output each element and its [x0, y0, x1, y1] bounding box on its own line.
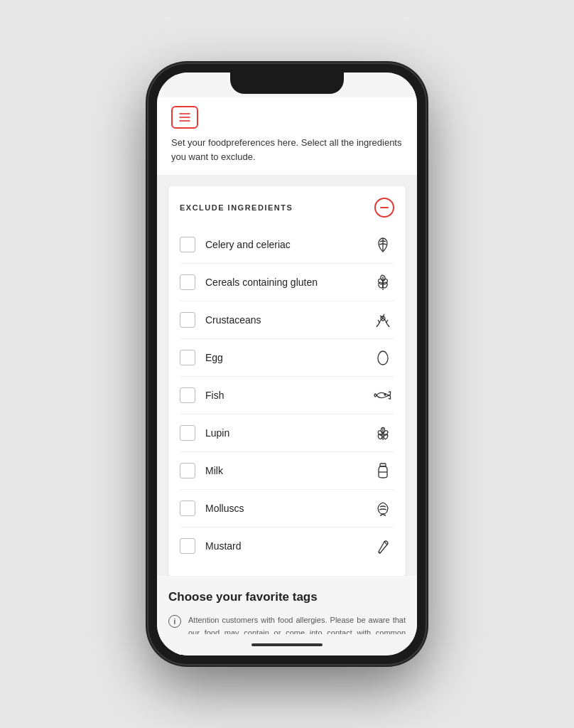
svg-point-11 — [384, 394, 386, 395]
header-area: Set your foodpreferences here. Select al… — [157, 97, 417, 175]
screen-content: Set your foodpreferences here. Select al… — [157, 73, 417, 634]
checkbox-fish[interactable] — [180, 387, 195, 403]
checkbox-celery[interactable] — [180, 237, 195, 252]
ingredient-item-fish: Fish — [180, 377, 394, 414]
exclude-header: EXCLUDE INGREDIENTS — [180, 198, 394, 218]
ingredient-name-milk: Milk — [205, 465, 372, 476]
exclude-minus-button[interactable] — [374, 198, 394, 218]
checkbox-molluscs[interactable] — [180, 500, 195, 516]
lupin-icon — [372, 422, 394, 444]
mustard-icon — [372, 535, 394, 557]
ingredient-item-gluten: Cereals containing gluten — [180, 264, 394, 301]
milk-icon — [372, 459, 394, 482]
header-top — [171, 106, 403, 129]
bottom-bar — [157, 634, 417, 655]
notice-icon: i — [168, 615, 181, 628]
notch — [230, 73, 344, 94]
ingredient-name-crustaceans: Crustaceans — [205, 314, 372, 326]
notice-text: Attention customers with food allergies.… — [188, 614, 406, 634]
header-subtitle: Set your foodpreferences here. Select al… — [171, 136, 403, 164]
ingredient-name-lupin: Lupin — [205, 427, 372, 439]
exclude-title: EXCLUDE INGREDIENTS — [180, 203, 293, 212]
ingredient-name-celery: Celery and celeriac — [205, 239, 372, 250]
ingredient-item-celery: Celery and celeriac — [180, 226, 394, 264]
ingredient-item-lupin: Lupin — [180, 414, 394, 452]
ingredient-name-molluscs: Molluscs — [205, 503, 372, 514]
phone-screen: Set your foodpreferences here. Select al… — [157, 73, 417, 655]
exclude-card: EXCLUDE INGREDIENTS Celery and celeriac — [168, 186, 406, 576]
molluscs-icon — [372, 497, 394, 520]
fish-icon — [372, 384, 394, 407]
checkbox-milk[interactable] — [180, 463, 195, 478]
celery-icon — [372, 233, 394, 256]
ingredient-item-egg: Egg — [180, 339, 394, 377]
egg-icon — [372, 346, 394, 369]
ingredient-name-mustard: Mustard — [205, 540, 372, 552]
ingredient-list: Celery and celeriac — [180, 226, 394, 564]
crustaceans-icon — [372, 309, 394, 331]
allergy-notice: i Attention customers with food allergie… — [168, 614, 406, 634]
ingredient-name-fish: Fish — [205, 390, 372, 401]
checkbox-mustard[interactable] — [180, 538, 195, 554]
menu-icon — [178, 110, 192, 124]
bottom-section: Choose your favorite tags i Attention cu… — [157, 576, 417, 634]
ingredient-name-gluten: Cereals containing gluten — [205, 277, 372, 288]
tags-title: Choose your favorite tags — [168, 590, 406, 604]
ingredient-item-milk: Milk — [180, 452, 394, 490]
checkbox-egg[interactable] — [180, 350, 195, 365]
phone-frame: Set your foodpreferences here. Select al… — [148, 64, 426, 664]
home-indicator — [251, 643, 323, 646]
checkbox-crustaceans[interactable] — [180, 312, 195, 328]
ingredient-item-crustaceans: Crustaceans — [180, 301, 394, 339]
checkbox-lupin[interactable] — [180, 425, 195, 441]
gluten-icon — [372, 271, 394, 294]
gray-section: EXCLUDE INGREDIENTS Celery and celeriac — [157, 175, 417, 634]
ingredient-name-egg: Egg — [205, 352, 372, 363]
checkbox-gluten[interactable] — [180, 274, 195, 290]
ingredient-item-molluscs: Molluscs — [180, 490, 394, 528]
menu-icon-box[interactable] — [171, 106, 198, 129]
ingredient-item-mustard: Mustard — [180, 528, 394, 564]
